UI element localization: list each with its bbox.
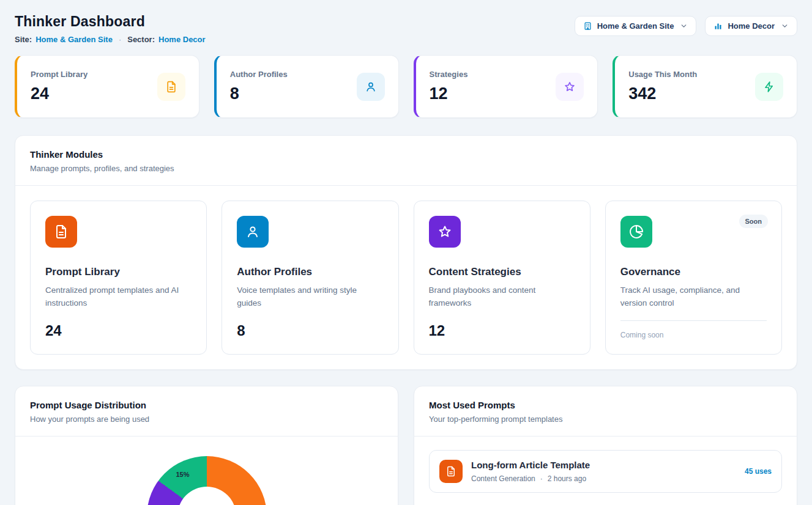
module-description: Centralized prompt templates and AI inst… [45,284,192,310]
prompt-list-item[interactable]: Long-form Article Template Content Gener… [429,450,782,493]
user-icon [237,216,269,248]
meta-separator: · [540,474,543,483]
module-count: 12 [429,322,575,339]
user-icon [357,73,385,101]
document-icon [439,460,463,483]
chevron-down-icon [781,22,789,30]
stat-value: 12 [430,84,468,103]
document-icon [45,216,77,248]
site-label: Site: [15,35,32,44]
lightning-icon [755,73,783,101]
stat-label: Prompt Library [31,70,88,79]
site-selector-label: Home & Garden Site [597,21,674,31]
module-card-content-strategies[interactable]: Content Strategies Brand playbooks and c… [414,201,590,355]
chevron-down-icon [680,22,688,30]
prompt-item-title: Long-form Article Template [471,460,736,470]
module-card-author-profiles[interactable]: Author Profiles Voice templates and writ… [222,201,398,355]
most-used-prompts-panel: Most Used Prompts Your top-performing pr… [414,386,797,505]
most-used-header: Most Used Prompts Your top-performing pr… [414,386,797,436]
site-link[interactable]: Home & Garden Site [35,35,113,44]
module-title: Prompt Library [45,266,192,278]
coming-soon-text: Coming soon [620,331,767,339]
most-used-subtitle: Your top-performing prompt templates [429,415,782,424]
topbar: Thinker Dashboard Site: Home & Garden Si… [15,13,797,44]
module-count: 24 [45,322,192,339]
divider [620,320,767,321]
modules-grid: Prompt Library Centralized prompt templa… [15,186,797,369]
prompt-item-meta: Content Generation · 2 hours ago [471,474,736,483]
usage-distribution-header: Prompt Usage Distribution How your promp… [15,386,398,436]
stat-text: Strategies 12 [430,70,468,103]
modules-subtitle: Manage prompts, profiles, and strategies [30,164,782,173]
stat-card-usage: Usage This Month 342 [613,55,797,118]
pie-chart-icon [620,216,652,248]
module-title: Governance [620,266,767,278]
prompt-item-uses-badge: 45 uses [745,467,772,476]
stat-label: Strategies [430,70,468,79]
stat-text: Author Profiles 8 [230,70,288,103]
prompt-item-time: 2 hours ago [548,474,586,483]
sector-label: Sector: [127,35,155,44]
topbar-left: Thinker Dashboard Site: Home & Garden Si… [15,13,206,44]
sector-selector-label: Home Decor [728,21,775,31]
thinker-modules-section: Thinker Modules Manage prompts, profiles… [15,135,797,370]
module-card-prompt-library[interactable]: Prompt Library Centralized prompt templa… [30,201,207,355]
module-title: Content Strategies [429,266,575,278]
bottom-section: Prompt Usage Distribution How your promp… [15,386,797,505]
building-icon [583,21,592,31]
modules-header: Thinker Modules Manage prompts, profiles… [15,136,797,185]
usage-distribution-subtitle: How your prompts are being used [30,415,383,424]
stat-label: Author Profiles [230,70,288,79]
most-used-title: Most Used Prompts [429,400,782,410]
dashboard-page: Thinker Dashboard Site: Home & Garden Si… [0,0,812,505]
module-card-governance[interactable]: Soon Governance Track AI usage, complian… [605,201,782,355]
breadcrumb-separator: · [119,35,121,44]
topbar-right: Home & Garden Site Home Decor [575,13,797,36]
stat-value: 342 [628,84,697,103]
most-used-list: Long-form Article Template Content Gener… [414,437,797,505]
stat-value: 8 [230,84,288,103]
stat-card-author-profiles: Author Profiles 8 [214,55,399,118]
usage-distribution-panel: Prompt Usage Distribution How your promp… [15,386,398,505]
prompt-item-category: Content Generation [471,474,535,483]
donut-hole [177,487,236,505]
module-description: Voice templates and writing style guides [237,284,383,310]
sparkle-star-icon [429,216,461,248]
stat-text: Usage This Month 342 [628,70,697,103]
stats-row: Prompt Library 24 Author Profiles 8 Stra… [15,55,797,118]
breadcrumb: Site: Home & Garden Site · Sector: Home … [15,35,206,44]
bar-chart-icon [713,21,723,31]
usage-distribution-title: Prompt Usage Distribution [30,400,383,410]
soon-badge: Soon [739,215,769,228]
sparkle-star-icon [556,73,584,101]
modules-title: Thinker Modules [30,149,782,160]
document-icon [157,73,185,101]
donut-chart-area: 15% [15,437,398,505]
stat-card-prompt-library: Prompt Library 24 [15,55,199,118]
module-description: Brand playbooks and content frameworks [429,284,575,310]
sector-selector-dropdown[interactable]: Home Decor [705,16,797,36]
module-title: Author Profiles [237,266,383,278]
stat-value: 24 [31,84,88,103]
stat-label: Usage This Month [628,70,697,79]
prompt-item-text: Long-form Article Template Content Gener… [471,460,736,483]
sector-link[interactable]: Home Decor [158,35,206,44]
module-count: 8 [237,322,383,339]
module-description: Track AI usage, compliance, and version … [620,284,767,310]
page-title: Thinker Dashboard [15,13,206,30]
stat-text: Prompt Library 24 [31,70,88,103]
stat-card-strategies: Strategies 12 [414,55,598,118]
donut-chart: 15% [147,456,267,505]
site-selector-dropdown[interactable]: Home & Garden Site [575,16,697,36]
donut-segment-label: 15% [176,471,190,478]
